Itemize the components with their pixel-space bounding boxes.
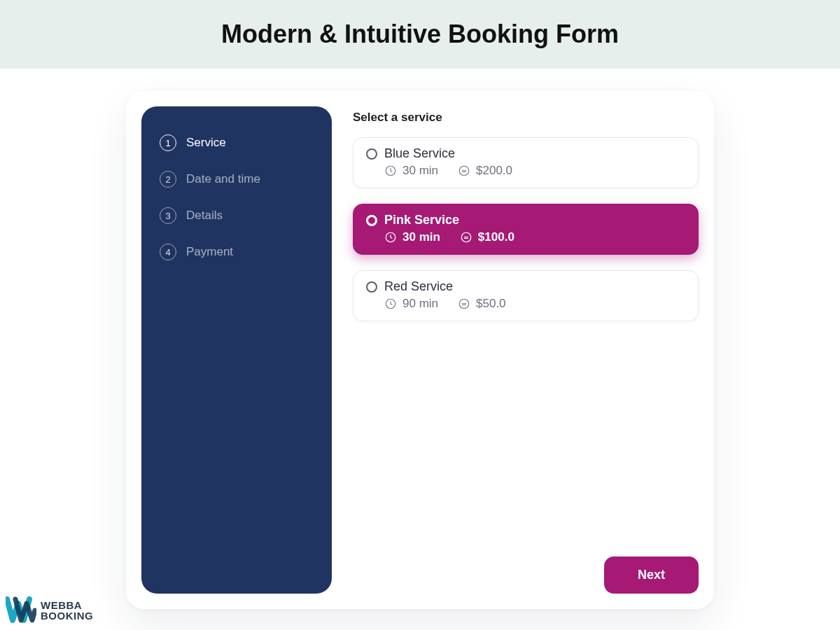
step-details[interactable]: 3 Details [158, 200, 315, 231]
radio-icon [366, 148, 377, 160]
next-button[interactable]: Next [604, 556, 699, 594]
service-duration: 90 min [384, 297, 438, 311]
step-number-icon: 4 [160, 244, 176, 260]
main-panel: Select a service Blue Service 30 min [353, 106, 699, 594]
service-name: Red Service [384, 279, 453, 294]
hero-banner: Modern & Intuitive Booking Form [0, 0, 840, 69]
price-icon [458, 164, 470, 177]
service-price: $100.0 [460, 230, 514, 244]
step-number-icon: 1 [160, 134, 176, 151]
step-number-icon: 2 [160, 171, 176, 188]
service-price: $50.0 [458, 297, 506, 311]
steps-sidebar: 1 Service 2 Date and time 3 Details 4 Pa… [141, 106, 332, 594]
step-service[interactable]: 1 Service [158, 127, 315, 158]
service-option-blue[interactable]: Blue Service 30 min $200.0 [353, 137, 699, 188]
step-payment[interactable]: 4 Payment [158, 237, 315, 267]
section-title: Select a service [353, 111, 699, 125]
step-number-icon: 3 [160, 207, 176, 224]
brand-name-line1: WEBBA [41, 600, 93, 610]
clock-icon [384, 164, 397, 177]
step-label: Service [186, 136, 226, 150]
service-name: Pink Service [384, 213, 459, 227]
service-name: Blue Service [384, 146, 455, 161]
hero-title: Modern & Intuitive Booking Form [221, 20, 619, 49]
step-label: Details [186, 209, 223, 223]
clock-icon [384, 231, 397, 244]
clock-icon [384, 298, 397, 310]
logo-icon [6, 596, 36, 624]
service-option-pink[interactable]: Pink Service 30 min $100.0 [353, 204, 699, 255]
stage: 1 Service 2 Date and time 3 Details 4 Pa… [0, 69, 840, 630]
brand-logo: WEBBA BOOKING [6, 596, 93, 624]
booking-card: 1 Service 2 Date and time 3 Details 4 Pa… [126, 91, 714, 609]
service-option-red[interactable]: Red Service 90 min $50.0 [353, 270, 699, 321]
step-label: Payment [186, 245, 233, 259]
service-duration: 30 min [384, 230, 440, 244]
price-icon [460, 231, 472, 244]
price-icon [458, 298, 470, 310]
step-label: Date and time [186, 172, 260, 186]
service-list: Blue Service 30 min $200.0 [353, 137, 699, 321]
brand-name-line2: BOOKING [41, 610, 93, 621]
service-price: $200.0 [458, 164, 512, 178]
step-datetime[interactable]: 2 Date and time [158, 164, 315, 195]
radio-icon [366, 281, 377, 293]
service-duration: 30 min [384, 164, 438, 178]
radio-icon [366, 215, 377, 226]
